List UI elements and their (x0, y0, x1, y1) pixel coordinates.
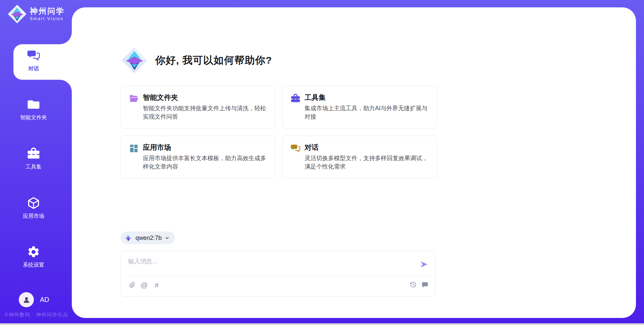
sidebar-item-label: 工具集 (25, 164, 42, 171)
card-title: 智能文件夹 (143, 93, 178, 102)
folder-icon (27, 98, 40, 111)
card-app-market[interactable]: 应用市场 应用市场提供丰富长文本模板，助力高效生成多样化文章内容 (120, 136, 275, 179)
composer-right-tools (410, 281, 429, 288)
attachment-icon[interactable] (128, 281, 136, 288)
grid-icon (129, 143, 139, 153)
card-chat[interactable]: 对话 灵活切换多模型文件，支持多样回复效果调试，满足个性化需求 (282, 136, 437, 179)
sidebar-item-app-market[interactable]: 应用市场 (0, 192, 67, 227)
person-icon (22, 296, 31, 304)
greeting-diamond-icon (121, 47, 148, 74)
sidebar: 神州问学 Smart Vision 对话 智能文件夹 (0, 0, 72, 325)
cube-icon (27, 196, 40, 210)
feature-cards: 智能文件夹 智能文件夹功能支持批量文件上传与清洗，轻松实现文件问答 工具集 集成… (120, 86, 437, 179)
chat-icon (27, 49, 40, 62)
sidebar-item-settings[interactable]: 系统设置 (0, 241, 67, 276)
brand-diamond-icon (7, 4, 27, 24)
sidebar-item-label: 对话 (28, 65, 39, 72)
card-description: 应用市场提供丰富长文本模板，助力高效生成多样化文章内容 (143, 154, 270, 171)
chevron-down-icon (165, 236, 170, 241)
toolbox-icon (27, 147, 40, 160)
card-description: 智能文件夹功能支持批量文件上传与清洗，轻松实现文件问答 (143, 104, 270, 121)
composer-left-tools: @ # (128, 281, 160, 288)
model-diamond-icon (124, 234, 132, 242)
sidebar-item-toolset[interactable]: 工具集 (0, 142, 67, 178)
feedback-icon[interactable] (421, 281, 429, 288)
card-title: 对话 (305, 143, 319, 152)
card-description: 灵活切换多模型文件，支持多样回复效果调试，满足个性化需求 (305, 154, 431, 171)
bottom-edge-strip (0, 323, 644, 325)
folder-open-icon (129, 93, 139, 104)
composer-divider (126, 276, 430, 276)
app-logo: 神州问学 Smart Vision (7, 4, 65, 24)
card-description: 集成市场上主流工具，助力AI与外界无缝扩展与对接 (305, 104, 431, 121)
sidebar-item-label: 系统设置 (23, 262, 44, 269)
toolbox-icon (290, 93, 301, 104)
message-input[interactable] (128, 256, 417, 266)
card-title: 工具集 (305, 93, 326, 102)
sidebar-item-label: 智能文件夹 (20, 114, 47, 121)
card-title: 应用市场 (143, 143, 171, 152)
hashtag-icon[interactable]: # (153, 281, 160, 288)
chat-icon (290, 143, 301, 153)
gear-icon (27, 245, 40, 259)
user-name: AD (40, 296, 49, 304)
sidebar-item-chat[interactable]: 对话 (0, 44, 67, 80)
mention-icon[interactable]: @ (141, 281, 148, 288)
greeting-text: 你好, 我可以如何帮助你? (155, 54, 272, 67)
history-icon[interactable] (410, 281, 417, 288)
copyright-text: ©神州数码 · 神州问学出品 (5, 312, 68, 318)
card-smart-folder[interactable]: 智能文件夹 智能文件夹功能支持批量文件上传与清洗，轻松实现文件问答 (120, 86, 275, 129)
message-composer: @ # (120, 251, 436, 297)
sidebar-item-label: 应用市场 (23, 213, 44, 220)
sidebar-item-smart-folder[interactable]: 智能文件夹 (0, 93, 67, 129)
greeting: 你好, 我可以如何帮助你? (121, 47, 272, 74)
model-selector[interactable]: qwen2:7b (120, 232, 175, 244)
app-root: 神州问学 Smart Vision 对话 智能文件夹 (0, 0, 644, 325)
model-name: qwen2:7b (136, 235, 162, 242)
user-profile[interactable]: AD (19, 292, 49, 307)
send-icon[interactable] (419, 260, 429, 269)
brand-title: 神州问学 (30, 7, 65, 15)
avatar (19, 292, 34, 307)
brand-subtitle: Smart Vision (30, 16, 65, 21)
card-toolset[interactable]: 工具集 集成市场上主流工具，助力AI与外界无缝扩展与对接 (282, 86, 437, 129)
